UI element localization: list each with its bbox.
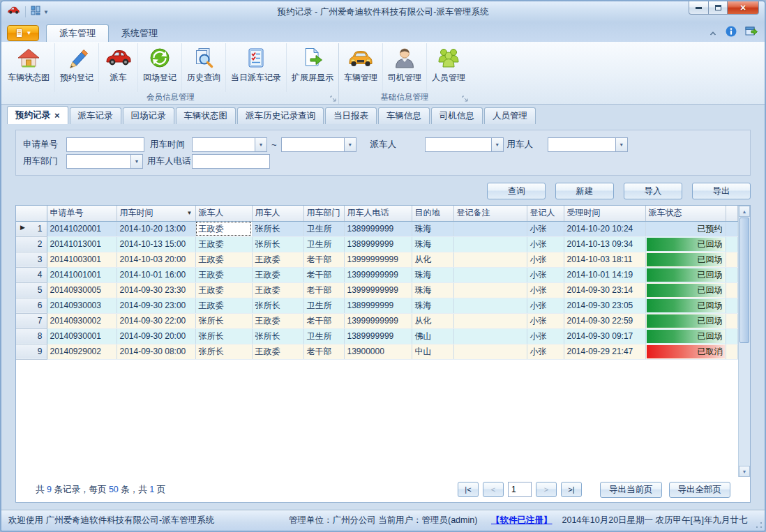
doc-tab-reservation-records[interactable]: 预约记录 ×	[7, 106, 68, 124]
cell-dept[interactable]: 老干部	[303, 267, 344, 282]
cell-destination[interactable]: 珠海	[412, 282, 453, 298]
cell-order-no[interactable]: 20141003001	[47, 252, 117, 267]
extended-screen-button[interactable]: 扩展屏显示	[286, 43, 338, 92]
cell-phone[interactable]: 13900000	[344, 344, 412, 359]
cell-registrar[interactable]: 小张	[527, 298, 564, 313]
cell-dispatcher[interactable]: 王政委	[195, 267, 252, 282]
doc-tab-dispatch-history-query[interactable]: 派车历史记录查询	[237, 107, 324, 124]
cell-destination[interactable]: 珠海	[412, 236, 453, 252]
cell-remark[interactable]	[453, 221, 527, 236]
next-page-button[interactable]: >	[536, 482, 557, 497]
col-use-time[interactable]: 用车时间▼	[117, 206, 195, 221]
close-tab-icon[interactable]: ×	[54, 111, 60, 120]
cell-phone[interactable]: 1389999999	[344, 328, 412, 344]
doc-tab-personnel-manage[interactable]: 人员管理	[484, 107, 536, 124]
table-row[interactable]: ▶4 20141001001 2014-10-01 16:00 王政委 王政委 …	[16, 267, 738, 282]
cell-dept[interactable]: 老干部	[303, 344, 344, 359]
doc-tab-driver-info[interactable]: 司机信息	[431, 107, 483, 124]
phone-input[interactable]	[192, 154, 270, 169]
import-button[interactable]: 导入	[624, 183, 682, 199]
cell-dispatcher[interactable]: 王政委	[195, 282, 252, 298]
export-current-page-button[interactable]: 导出当前页	[600, 482, 662, 498]
table-row[interactable]: ▶9 20140929002 2014-09-30 08:00 张所长 王政委 …	[16, 344, 738, 359]
cell-registrar[interactable]: 小张	[527, 267, 564, 282]
col-order-no[interactable]: 申请单号	[47, 206, 117, 221]
cell-user[interactable]: 王政委	[252, 267, 303, 282]
cell-use-time[interactable]: 2014-09-30 22:00	[117, 313, 195, 328]
cell-user[interactable]: 王政委	[252, 313, 303, 328]
dispatcher-select[interactable]: ▼	[425, 137, 504, 152]
resize-grip[interactable]	[756, 522, 763, 529]
last-page-button[interactable]: >|	[561, 482, 582, 497]
table-row[interactable]: ▶1 20141020001 2014-10-20 13:00 王政委 张所长 …	[16, 221, 738, 236]
doc-tab-vehicle-info[interactable]: 车辆信息	[378, 107, 430, 124]
cell-user[interactable]: 王政委	[252, 282, 303, 298]
doc-tab-dispatch-records[interactable]: 派车记录	[70, 107, 121, 124]
scroll-down-icon[interactable]: ▼	[739, 466, 750, 477]
layout-icon[interactable]	[31, 6, 40, 18]
order-no-input[interactable]	[66, 137, 144, 152]
cell-destination[interactable]: 珠海	[412, 221, 453, 236]
col-status[interactable]: 派车状态	[645, 206, 726, 221]
dispatch-button[interactable]: 派车	[98, 43, 137, 92]
minimize-button[interactable]	[689, 1, 709, 15]
cell-order-no[interactable]: 20140930003	[47, 298, 117, 313]
cell-registrar[interactable]: 小张	[527, 328, 564, 344]
cell-accept-time[interactable]: 2014-09-30 09:17	[564, 328, 645, 344]
table-row[interactable]: ▶6 20140930003 2014-09-30 23:00 王政委 张所长 …	[16, 298, 738, 313]
cell-accept-time[interactable]: 2014-10-20 10:24	[564, 221, 645, 236]
ribbon-tab-system[interactable]: 系统管理	[109, 24, 170, 42]
cell-status[interactable]: 已回场	[645, 252, 726, 267]
cell-status[interactable]: 已回场	[645, 298, 726, 313]
cell-user[interactable]: 张所长	[252, 298, 303, 313]
cell-order-no[interactable]: 20140930005	[47, 282, 117, 298]
cell-use-time[interactable]: 2014-09-30 08:00	[117, 344, 195, 359]
col-user[interactable]: 用车人	[252, 206, 303, 221]
maximize-button[interactable]	[709, 1, 728, 15]
cell-order-no[interactable]: 20141013001	[47, 236, 117, 252]
cell-registrar[interactable]: 小张	[527, 252, 564, 267]
cell-dispatcher[interactable]: 王政委	[195, 252, 252, 267]
cell-dept[interactable]: 卫生所	[303, 236, 344, 252]
table-row[interactable]: ▶5 20140930005 2014-09-30 23:30 王政委 王政委 …	[16, 282, 738, 298]
cell-user[interactable]: 张所长	[252, 328, 303, 344]
query-button[interactable]: 查询	[487, 183, 546, 199]
cell-registrar[interactable]: 小张	[527, 236, 564, 252]
cell-phone[interactable]: 1389999999	[344, 236, 412, 252]
export-all-pages-button[interactable]: 导出全部页	[669, 482, 731, 498]
toolbar-dropdown-icon[interactable]: ▼	[43, 9, 49, 15]
application-menu-button[interactable]: ▼	[7, 25, 39, 41]
cell-remark[interactable]	[453, 344, 527, 359]
cell-use-time[interactable]: 2014-09-30 23:30	[117, 282, 195, 298]
user-select[interactable]: ▼	[548, 137, 628, 152]
cell-order-no[interactable]: 20141020001	[47, 221, 117, 236]
cell-order-no[interactable]: 20141001001	[47, 267, 117, 282]
scroll-up-icon[interactable]: ▲	[739, 206, 750, 217]
cell-dept[interactable]: 老干部	[303, 282, 344, 298]
personnel-manage-button[interactable]: 人员管理	[426, 43, 470, 92]
cell-use-time[interactable]: 2014-10-20 13:00	[117, 221, 195, 236]
cell-remark[interactable]	[453, 282, 527, 298]
switch-window-icon[interactable]	[745, 26, 758, 40]
cell-accept-time[interactable]: 2014-10-01 14:19	[564, 267, 645, 282]
cell-dispatcher[interactable]: 王政委	[195, 236, 252, 252]
doc-tab-return-records[interactable]: 回场记录	[123, 107, 174, 124]
cell-destination[interactable]: 中山	[412, 344, 453, 359]
cell-phone[interactable]: 13999999999	[344, 252, 412, 267]
use-time-from-select[interactable]: ▼	[192, 137, 267, 152]
cell-destination[interactable]: 佛山	[412, 328, 453, 344]
cell-remark[interactable]	[453, 298, 527, 313]
ribbon-tab-dispatch[interactable]: 派车管理	[46, 24, 109, 42]
cell-order-no[interactable]: 20140929002	[47, 344, 117, 359]
table-row[interactable]: ▶3 20141003001 2014-10-03 20:00 王政委 王政委 …	[16, 252, 738, 267]
cell-remark[interactable]	[453, 267, 527, 282]
cell-dept[interactable]: 卫生所	[303, 221, 344, 236]
col-dept[interactable]: 用车部门	[303, 206, 344, 221]
cell-phone[interactable]: 13999999999	[344, 267, 412, 282]
prev-page-button[interactable]: <	[483, 482, 504, 497]
use-time-to-select[interactable]: ▼	[281, 137, 356, 152]
vertical-scrollbar[interactable]: ▲ ▼	[738, 206, 750, 477]
first-page-button[interactable]: |<	[458, 482, 479, 497]
table-row[interactable]: ▶8 20140930001 2014-09-30 20:00 张所长 张所长 …	[16, 328, 738, 344]
cell-accept-time[interactable]: 2014-09-30 23:14	[564, 282, 645, 298]
